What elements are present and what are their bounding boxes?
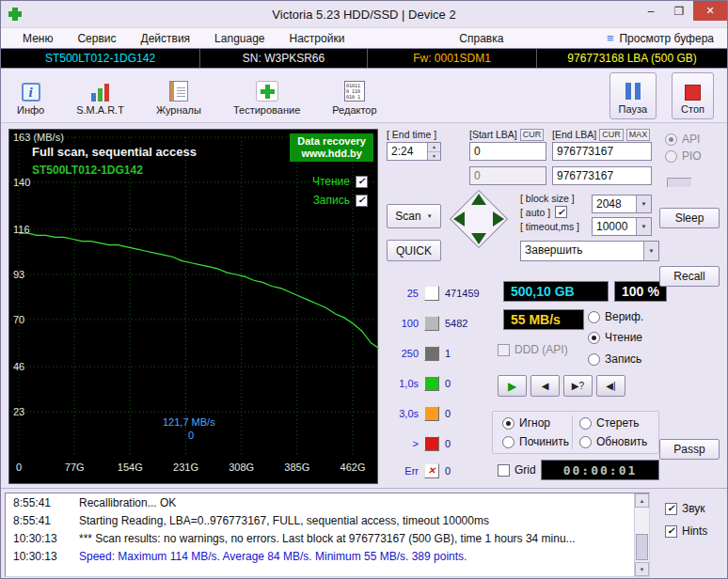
end-lba-max-chip[interactable]: MAX: [626, 129, 651, 141]
passp-button[interactable]: Passp: [659, 439, 720, 460]
read-graph-toggle[interactable]: Чтение ✓: [312, 175, 368, 188]
hist-block-3s[interactable]: [424, 406, 439, 421]
speed-graph[interactable]: Full scan, sequential access ST500LT012-…: [8, 129, 378, 484]
dpad-right-arrow[interactable]: [493, 211, 504, 227]
journals-button[interactable]: Журналы: [148, 72, 210, 119]
radio-icon[interactable]: [588, 332, 600, 344]
grid-checkbox[interactable]: [498, 464, 510, 477]
radio-icon[interactable]: [502, 417, 514, 430]
menu-item-settings[interactable]: Настройки: [277, 30, 357, 47]
spin-down-button[interactable]: ▼: [428, 152, 440, 161]
sound-toggle[interactable]: ✓ Звук: [665, 502, 705, 515]
ddd-api-toggle[interactable]: DDD (API): [498, 343, 568, 356]
pause-button[interactable]: Пауза: [609, 72, 657, 119]
chevron-down-icon[interactable]: ▼: [636, 218, 651, 235]
auto-checkbox[interactable]: ✓: [555, 206, 567, 218]
editor-button[interactable]: 010110 110010 101101 Редактор: [324, 72, 385, 119]
recall-button[interactable]: Recall: [659, 266, 720, 287]
api-mode-radio[interactable]: API: [665, 133, 700, 146]
hist-block-100ms[interactable]: [424, 316, 439, 331]
radio-icon[interactable]: [588, 353, 600, 366]
radio-icon[interactable]: [502, 436, 514, 448]
next-error-button[interactable]: ▶?: [563, 375, 593, 397]
scroll-up-icon[interactable]: ▲: [635, 493, 649, 508]
sound-checkbox[interactable]: ✓: [665, 503, 677, 515]
spin-up-button[interactable]: ▲: [428, 143, 440, 152]
sleep-button[interactable]: Sleep: [659, 208, 720, 228]
error-x-icon: ✕: [428, 465, 435, 476]
chevron-down-icon[interactable]: ▼: [643, 242, 658, 260]
start-lba-alt-field[interactable]: 0: [469, 166, 546, 185]
scrollbar-thumb[interactable]: [636, 534, 648, 560]
reverse-button[interactable]: ◀: [530, 375, 560, 397]
auto-block-size-toggle[interactable]: [ auto ] ✓: [520, 206, 567, 218]
verify-mode-radio[interactable]: Вериф.: [588, 310, 643, 323]
quick-button[interactable]: QUICK: [387, 240, 441, 261]
menu-item-actions[interactable]: Действия: [129, 30, 203, 47]
read-toggle-checkbox[interactable]: ✓: [356, 176, 368, 188]
radio-icon[interactable]: [579, 417, 592, 430]
info-label: Инфо: [17, 104, 44, 116]
minimize-button[interactable]: –: [637, 1, 665, 21]
prev-error-button[interactable]: ◀|: [596, 375, 625, 397]
scroll-down-icon[interactable]: ▼: [635, 562, 649, 576]
chevron-down-icon[interactable]: ▼: [636, 196, 651, 212]
erase-label: Стереть: [596, 416, 639, 430]
histogram-row: 250 1: [392, 345, 451, 361]
block-size-select[interactable]: 2048 ▼: [592, 195, 652, 213]
menu-item-language[interactable]: Language: [202, 30, 277, 47]
ignore-radio[interactable]: Игнор: [502, 416, 550, 430]
remap-radio[interactable]: Починить: [502, 435, 569, 448]
hist-count: 1: [445, 348, 451, 359]
ddd-checkbox[interactable]: [498, 344, 510, 356]
write-graph-toggle[interactable]: Запись ✓: [313, 194, 368, 207]
write-mode-radio[interactable]: Запись: [588, 352, 641, 366]
dpad-down-arrow[interactable]: [471, 233, 486, 244]
after-action-select[interactable]: Завершить ▼: [520, 241, 659, 261]
end-time-spinner[interactable]: 2:24 ▲ ▼: [387, 142, 441, 161]
log-box[interactable]: 8:55:41 Recallibration... OK 8:55:41 Sta…: [5, 493, 650, 577]
radio-icon[interactable]: [665, 150, 677, 163]
menu-item-menu[interactable]: Меню: [10, 30, 65, 47]
close-button[interactable]: ✕: [693, 1, 727, 21]
hints-toggle[interactable]: ✓ Hints: [665, 524, 707, 538]
end-lba-field[interactable]: 976773167: [552, 142, 652, 161]
maximize-button[interactable]: ❐: [665, 1, 693, 21]
timeout-select[interactable]: 10000 ▼: [592, 217, 652, 236]
radio-icon[interactable]: [665, 133, 677, 146]
scan-button[interactable]: Scan ▼: [387, 204, 441, 228]
pio-mode-radio[interactable]: PIO: [665, 149, 702, 163]
log-scrollbar[interactable]: ▲ ▼: [634, 493, 649, 576]
hints-checkbox[interactable]: ✓: [665, 525, 677, 538]
menu-item-service[interactable]: Сервис: [65, 30, 128, 47]
info-button[interactable]: i Инфо: [8, 72, 53, 119]
start-test-button[interactable]: ▶: [498, 375, 527, 397]
x-tick-label: 308G: [229, 462, 254, 473]
erase-radio[interactable]: Стереть: [579, 416, 639, 430]
testing-button[interactable]: Тестирование: [225, 72, 309, 119]
start-lba-field[interactable]: 0: [469, 142, 546, 161]
radio-icon[interactable]: [588, 311, 600, 323]
hist-block-over[interactable]: [424, 436, 439, 451]
stop-button[interactable]: Стоп: [672, 72, 714, 119]
log-text: Speed: Maximum 114 MB/s. Average 84 MB/s…: [79, 548, 467, 565]
smart-button[interactable]: S.M.A.R.T: [68, 72, 133, 119]
write-toggle-checkbox[interactable]: ✓: [356, 195, 368, 207]
buffer-view-button[interactable]: ≡ Просмотр буфера: [603, 29, 718, 47]
dpad-up-arrow[interactable]: [471, 194, 486, 205]
start-lba-cur-chip[interactable]: CUR: [520, 129, 545, 141]
dpad-left-arrow[interactable]: [453, 211, 465, 227]
end-lba-cur-chip[interactable]: CUR: [599, 129, 624, 141]
hist-block-1s[interactable]: [424, 376, 439, 391]
refresh-radio[interactable]: Обновить: [579, 435, 647, 448]
read-mode-radio[interactable]: Чтение: [588, 331, 642, 344]
grid-toggle[interactable]: Grid: [498, 463, 536, 477]
start-lba-label: [Start LBA]CUR: [469, 129, 544, 141]
hist-block-err[interactable]: ✕: [424, 463, 439, 478]
hist-block-250ms[interactable]: [424, 346, 439, 361]
end-lba-alt-field[interactable]: 976773167: [552, 166, 652, 185]
radio-icon[interactable]: [579, 436, 592, 448]
menu-item-help[interactable]: Справка: [447, 30, 515, 47]
end-time-value[interactable]: 2:24: [388, 143, 427, 160]
hist-block-25ms[interactable]: [424, 286, 439, 301]
